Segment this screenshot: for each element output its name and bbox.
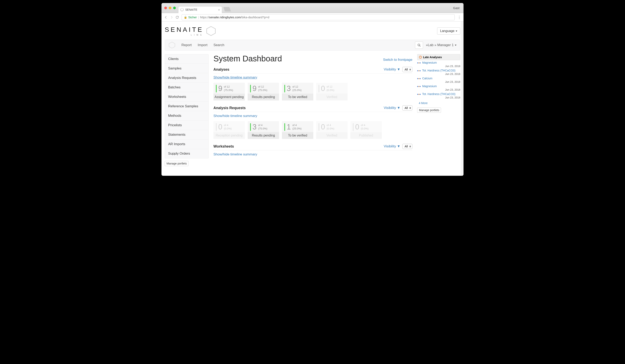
card-value: 0 — [218, 123, 222, 131]
sidebar-item-samples[interactable]: Samples — [165, 64, 208, 73]
card-bar-icon — [284, 123, 285, 131]
maximize-window-button[interactable] — [173, 7, 176, 9]
visibility-toggle[interactable]: Visibility ▼ — [384, 106, 401, 110]
dashboard-card[interactable]: 0 of 4(0.0%) Reception pending — [214, 121, 245, 139]
dashboard-card[interactable]: 0 of 4(0.0%) Verified — [316, 121, 347, 139]
card-row: 0 of 4(0.0%) Reception pending 3 of 4(75… — [214, 121, 412, 139]
sidebar-item-methods[interactable]: Methods — [165, 111, 208, 121]
section-header: Analysis Requests Visibility ▼ All — [214, 105, 412, 112]
page-body: SENAITE LIMS Language Report Import Sear… — [161, 22, 464, 176]
sidebar-item-statements[interactable]: Statements — [165, 130, 208, 140]
late-analysis-link[interactable]: Magnesium — [422, 61, 437, 64]
close-window-button[interactable] — [164, 7, 167, 9]
select-chevron-icon — [409, 69, 411, 70]
analysis-icon — [417, 86, 421, 87]
nav-item-import[interactable]: Import — [198, 43, 207, 47]
filter-select[interactable]: All — [402, 67, 412, 72]
nav-item-search[interactable]: Search — [214, 43, 224, 47]
section-header: Worksheets Visibility ▼ All — [214, 144, 412, 151]
svg-marker-0 — [207, 27, 215, 36]
card-meta: of 4(0.0%) — [224, 124, 232, 130]
dashboard-card[interactable]: 9 of 12(75.0%) Results pending — [248, 83, 279, 100]
late-analysis-link[interactable]: Tot. Hardness (THCaCO3) — [422, 69, 455, 72]
card-meta: of 12(25.0%) — [292, 85, 302, 92]
search-button[interactable] — [415, 41, 423, 49]
card-meta: of 4(75.0%) — [258, 124, 267, 130]
card-bar-icon — [250, 123, 251, 131]
favicon-loading-icon — [180, 8, 184, 11]
section-title: Worksheets — [214, 144, 234, 149]
late-analysis-link[interactable]: Magnesium — [422, 85, 437, 88]
show-hide-timeline-link[interactable]: Show/hide timeline summary — [214, 114, 257, 118]
browser-profile-label[interactable]: Gast — [453, 6, 460, 10]
sidebar-item-batches[interactable]: Batches — [165, 83, 208, 92]
card-label: To be verified — [282, 94, 313, 100]
section-title: Analyses — [214, 67, 229, 72]
card-bar-icon — [318, 85, 319, 92]
url-scheme: https:// — [200, 16, 209, 19]
more-link[interactable]: 4 More — [417, 101, 460, 105]
card-meta: of 4(0.0%) — [327, 124, 334, 130]
analysis-icon — [417, 70, 421, 71]
reload-button[interactable] — [174, 14, 180, 20]
user-menu[interactable]: »Lab » Manager 1 — [426, 43, 456, 47]
visibility-toggle[interactable]: Visibility ▼ — [384, 67, 401, 71]
sidebar-item-supply-orders[interactable]: Supply Orders — [165, 149, 208, 158]
card-value: 3 — [252, 123, 256, 131]
sidebar-item-analysis-requests[interactable]: Analysis Requests — [165, 73, 208, 83]
app-logo[interactable]: SENAITE LIMS — [165, 26, 216, 36]
dashboard-card[interactable]: 9 of 12(75.0%) Assignment pending — [214, 83, 245, 100]
tab-close-button[interactable]: × — [218, 8, 220, 11]
dashboard-card[interactable]: 3 of 4(75.0%) Results pending — [248, 121, 279, 139]
manage-portlets-button-right[interactable]: Manage portlets — [417, 108, 441, 113]
address-bar[interactable]: 🔒 Sicher | https://senaite.ridingbytes.c… — [182, 14, 455, 20]
browser-tab[interactable]: SENAITE × — [178, 6, 222, 13]
filter-select[interactable]: All — [402, 144, 412, 149]
late-analysis-item: Tot. Hardness (THCaCO3) Jun 23, 2018 — [417, 68, 460, 76]
forward-button[interactable] — [169, 14, 174, 20]
dashboard-card[interactable]: 1 of 4(25.0%) To be verified — [282, 121, 313, 139]
analysis-icon — [417, 62, 421, 63]
card-row: 9 of 12(75.0%) Assignment pending 9 of 1… — [214, 83, 412, 100]
back-button[interactable] — [163, 14, 169, 20]
dashboard-card[interactable]: 3 of 12(25.0%) To be verified — [282, 83, 313, 100]
analysis-icon — [417, 78, 421, 79]
url-domain: senaite.ridingbytes.com — [209, 16, 241, 19]
nav-item-report[interactable]: Report — [181, 43, 192, 47]
card-label: To be verified — [282, 132, 313, 139]
show-hide-timeline-link[interactable]: Show/hide timeline summary — [214, 152, 257, 156]
card-bar-icon — [216, 123, 217, 131]
filter-select[interactable]: All — [402, 105, 412, 111]
dashboard-card[interactable]: 0 of 12(0.0%) Verified — [316, 83, 347, 100]
clock-icon — [419, 56, 422, 59]
browser-toolbar: 🔒 Sicher | https://senaite.ridingbytes.c… — [161, 13, 464, 22]
late-analysis-link[interactable]: Calcium — [422, 77, 433, 80]
sidebar-item-reference-samples[interactable]: Reference Samples — [165, 102, 208, 111]
hexagon-icon[interactable] — [169, 42, 175, 49]
browser-menu-button[interactable]: ⋮ — [456, 15, 462, 20]
card-value: 9 — [252, 84, 256, 93]
new-tab-button[interactable] — [223, 7, 231, 11]
select-value: All — [405, 68, 408, 71]
sidebar-item-ar-imports[interactable]: AR Imports — [165, 140, 208, 149]
language-button[interactable]: Language — [437, 27, 460, 35]
sidebar-item-clients[interactable]: Clients — [165, 54, 208, 64]
manage-portlets-button-left[interactable]: Manage portlets — [165, 161, 188, 166]
show-hide-timeline-link[interactable]: Show/hide timeline summary — [214, 75, 257, 80]
card-label: Results pending — [248, 132, 279, 139]
late-analysis-item: Magnesium Jun 23, 2018 — [417, 84, 460, 91]
dashboard-card[interactable]: 0 of 4(0.0%) Published — [350, 121, 382, 139]
switch-to-frontpage-link[interactable]: Switch to frontpage — [383, 58, 412, 62]
sidebar-item-worksheets[interactable]: Worksheets — [165, 92, 208, 102]
card-label: Assignment pending — [214, 94, 245, 100]
page-title: System Dashboard — [214, 54, 412, 63]
card-value: 0 — [321, 123, 325, 131]
sidebar-item-pricelists[interactable]: Pricelists — [165, 121, 208, 130]
card-value: 0 — [355, 123, 359, 131]
late-analysis-date: Jun 23, 2018 — [417, 88, 460, 91]
minimize-window-button[interactable] — [169, 7, 171, 9]
card-value: 9 — [218, 84, 222, 93]
late-analysis-link[interactable]: Tot. Hardness (THCaCO3) — [422, 92, 455, 96]
visibility-toggle[interactable]: Visibility ▼ — [384, 144, 401, 148]
caret-down-icon — [456, 30, 457, 31]
